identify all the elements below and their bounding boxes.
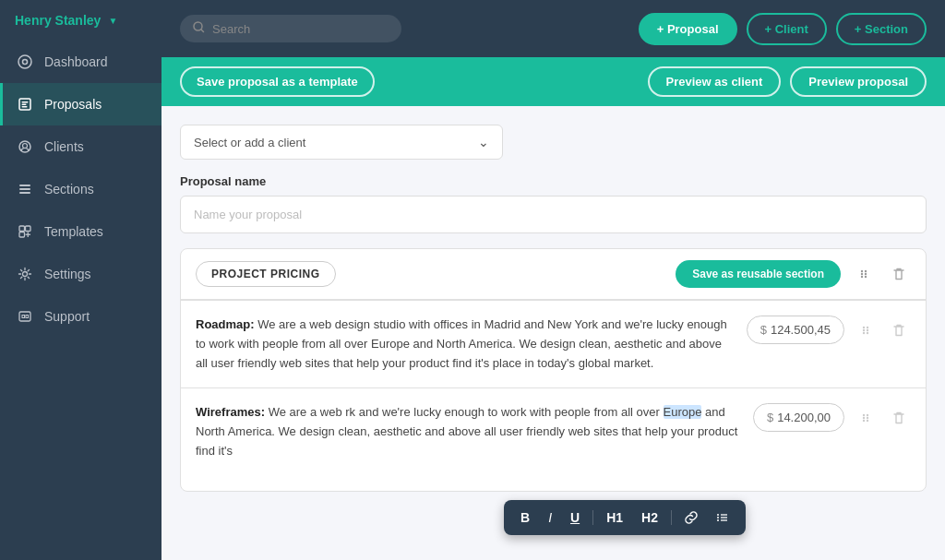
save-as-template-button[interactable]: Save proposal as a template	[180, 66, 375, 97]
topbar: + Proposal + Client + Section	[161, 0, 945, 57]
format-separator-1	[592, 510, 593, 525]
format-link-button[interactable]	[679, 508, 703, 527]
proposals-icon	[17, 96, 33, 113]
svg-point-38	[717, 517, 719, 518]
support-icon	[17, 308, 33, 325]
preview-as-client-button[interactable]: Preview as client	[648, 66, 782, 97]
row-wireframes-highlight: Europe	[664, 405, 702, 419]
row-wireframes-text-before: We are a web	[269, 405, 346, 419]
chevron-down-icon: ⌄	[478, 135, 489, 149]
row-wireframes-content[interactable]: Wireframes: We are a web rk and we're lu…	[196, 403, 740, 460]
delete-section-button[interactable]	[887, 262, 911, 286]
sidebar-item-clients[interactable]: Clients	[0, 125, 161, 168]
sidebar-user[interactable]: Henry Stanley ▼	[0, 0, 161, 41]
svg-rect-9	[19, 188, 30, 190]
add-section-button[interactable]: + Section	[836, 13, 927, 45]
svg-rect-4	[22, 104, 27, 106]
format-toolbar: B I U H1 H2	[504, 500, 746, 535]
row-roadmap-text: We are a web design studio with offices …	[196, 317, 727, 370]
row-roadmap-label: Roadmap:	[196, 317, 255, 331]
save-reusable-section-button[interactable]: Save as reusable section	[676, 260, 841, 288]
section-header: PROJECT PRICING Save as reusable section	[181, 249, 926, 300]
svg-point-31	[863, 414, 865, 416]
svg-point-0	[18, 55, 31, 68]
search-box[interactable]	[180, 15, 401, 42]
sections-label: Sections	[44, 182, 94, 197]
search-input[interactable]	[212, 22, 389, 36]
format-bold-button[interactable]: B	[515, 507, 535, 528]
svg-rect-5	[22, 106, 28, 108]
proposals-label: Proposals	[44, 97, 102, 112]
row-roadmap-drag-button[interactable]	[854, 318, 878, 342]
add-proposal-button[interactable]: + Proposal	[639, 13, 737, 45]
svg-point-25	[863, 326, 865, 328]
svg-point-7	[23, 144, 28, 149]
action-bar-right: Preview as client Preview proposal	[648, 66, 927, 97]
sidebar-item-proposals[interactable]: Proposals	[0, 83, 161, 125]
action-bar: Save proposal as a template Preview as c…	[161, 57, 945, 106]
row-wireframes-drag-button[interactable]	[854, 406, 878, 430]
svg-point-29	[863, 331, 865, 333]
format-h1-button[interactable]: H1	[601, 507, 628, 528]
row-roadmap-actions: $ 124.500,45	[747, 316, 911, 344]
row-roadmap-content[interactable]: Roadmap: We are a web design studio with…	[196, 316, 734, 373]
svg-point-23	[861, 276, 863, 278]
svg-point-19	[861, 270, 863, 272]
svg-point-28	[867, 328, 868, 330]
svg-point-26	[867, 326, 868, 328]
user-name: Henry Stanley	[15, 13, 101, 28]
section-header-right: Save as reusable section	[676, 260, 911, 288]
sidebar-item-support[interactable]: Support	[0, 295, 161, 338]
format-h2-button[interactable]: H2	[636, 507, 664, 528]
row-wireframes-actions: $ 14.200,00	[753, 403, 911, 432]
svg-rect-10	[19, 192, 30, 194]
row-wireframes-price-value: 14.200,00	[777, 411, 831, 424]
sections-icon	[17, 181, 33, 197]
svg-point-1	[23, 60, 28, 65]
proposal-name-label: Proposal name	[180, 174, 927, 188]
row-roadmap-price[interactable]: $ 124.500,45	[747, 316, 844, 344]
sidebar-item-sections[interactable]: Sections	[0, 168, 161, 210]
settings-icon	[17, 266, 33, 282]
dashboard-label: Dashboard	[44, 54, 108, 69]
user-chevron-icon: ▼	[108, 16, 117, 26]
svg-rect-3	[22, 101, 29, 103]
sidebar-item-templates[interactable]: Templates	[0, 210, 161, 253]
svg-point-24	[865, 276, 867, 278]
row-roadmap-delete-button[interactable]	[887, 318, 911, 342]
sidebar-nav: Dashboard Proposals Clien	[0, 41, 161, 560]
search-icon	[193, 21, 205, 36]
svg-point-39	[717, 519, 719, 521]
add-client-button[interactable]: + Client	[747, 13, 827, 45]
sidebar-item-dashboard[interactable]: Dashboard	[0, 41, 161, 83]
drag-handle-button[interactable]	[852, 262, 876, 286]
preview-proposal-button[interactable]: Preview proposal	[790, 66, 927, 97]
content-area: Select or add a client ⌄ Proposal name P…	[161, 106, 945, 560]
svg-point-32	[867, 414, 868, 416]
templates-label: Templates	[44, 224, 103, 239]
templates-icon	[17, 223, 33, 240]
svg-point-20	[865, 270, 867, 272]
client-selector[interactable]: Select or add a client ⌄	[180, 125, 503, 160]
svg-point-36	[867, 420, 868, 422]
section-card: PROJECT PRICING Save as reusable section	[180, 248, 927, 492]
sidebar-item-settings[interactable]: Settings	[0, 253, 161, 295]
format-italic-button[interactable]: I	[543, 507, 557, 528]
client-selector-text: Select or add a client	[194, 136, 305, 149]
format-underline-button[interactable]: U	[565, 507, 585, 528]
svg-rect-12	[26, 226, 31, 232]
support-label: Support	[44, 309, 90, 324]
proposal-name-input[interactable]	[180, 196, 927, 233]
format-list-button[interactable]	[711, 508, 735, 527]
settings-label: Settings	[44, 267, 91, 281]
svg-rect-11	[19, 226, 25, 232]
svg-point-16	[23, 272, 28, 277]
svg-point-33	[863, 417, 865, 419]
svg-rect-13	[19, 232, 25, 238]
row-wireframes-price[interactable]: $ 14.200,00	[753, 403, 844, 432]
svg-point-27	[863, 328, 865, 330]
svg-point-34	[867, 417, 868, 419]
dashboard-icon	[17, 54, 33, 70]
format-separator-2	[671, 510, 672, 525]
row-wireframes-delete-button[interactable]	[887, 406, 911, 430]
